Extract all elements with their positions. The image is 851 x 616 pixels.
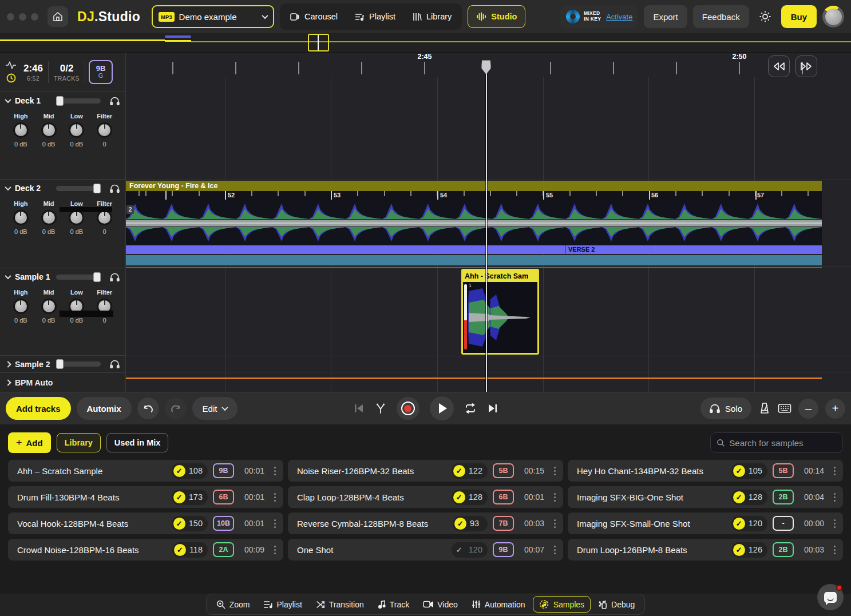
tool-playlist[interactable]: Playlist (258, 596, 307, 613)
clip-volume-fader[interactable] (464, 284, 467, 349)
tool-debug[interactable]: Debug (593, 596, 640, 613)
zoom-in-button[interactable]: + (825, 399, 845, 419)
eq-mid-knob[interactable] (41, 122, 57, 138)
headphone-icon[interactable] (110, 360, 120, 368)
sample-row[interactable]: Noise Riser-126BPM-32 Beats ✓122 5B 00:1… (288, 460, 563, 482)
activate-link[interactable]: Activate (606, 13, 632, 21)
project-selector[interactable]: MP3 Demo example (152, 5, 274, 28)
edit-menu[interactable]: Edit (192, 397, 238, 420)
avatar[interactable] (822, 6, 844, 27)
kebab-menu-icon[interactable] (549, 496, 560, 498)
eq-high-knob[interactable] (13, 299, 29, 314)
check-icon[interactable]: ✓ (173, 465, 185, 477)
mix-overview-strip[interactable] (0, 33, 851, 53)
sample-row[interactable]: Imaging SFX-BIG-One Shot ✓128 2B 00:04 (568, 486, 843, 508)
eq-high-knob[interactable] (13, 210, 29, 225)
kebab-menu-icon[interactable] (829, 496, 840, 498)
tab-used-in-mix[interactable]: Used in Mix (106, 433, 169, 452)
sample-search[interactable] (710, 432, 843, 453)
check-icon[interactable]: ✓ (733, 491, 745, 503)
headphone-icon[interactable] (110, 184, 120, 193)
sample-row[interactable]: Drum Loop-126BPM-8 Beats ✓126 2B 00:03 (568, 539, 843, 561)
tool-samples[interactable]: Samples (533, 596, 591, 613)
sample-row[interactable]: Clap Loop-128BPM-4 Beats ✓128 6B 00:01 (288, 486, 563, 508)
metronome-icon[interactable] (758, 402, 771, 415)
filter-knob[interactable] (97, 122, 112, 138)
zoom-out-button[interactable]: – (798, 399, 818, 419)
kebab-menu-icon[interactable] (549, 523, 560, 524)
support-chat-button[interactable] (817, 584, 844, 610)
kebab-menu-icon[interactable] (829, 523, 840, 524)
section-bar[interactable]: VERSE 2 (126, 245, 822, 254)
kebab-menu-icon[interactable] (549, 470, 560, 472)
mixed-in-key-widget[interactable]: MIXEDIN KEY Activate (560, 5, 638, 28)
tool-automation[interactable]: Automation (466, 596, 531, 613)
eq-mid-knob[interactable] (41, 210, 57, 225)
buy-button[interactable]: Buy (781, 5, 817, 28)
loop-icon[interactable] (464, 403, 477, 414)
settings-button[interactable] (755, 6, 775, 27)
track-clip-forever-young[interactable]: Forever Young - Fire & Ice 52 53 54 55 5… (126, 181, 822, 265)
tab-samples-library[interactable]: Library (57, 433, 101, 452)
playhead-handle[interactable] (481, 60, 491, 74)
check-icon[interactable]: ✓ (174, 544, 186, 556)
expand-icon[interactable] (5, 379, 11, 386)
automix-button[interactable]: Automix (77, 397, 132, 420)
feedback-button[interactable]: Feedback (693, 5, 749, 28)
collapse-icon[interactable] (5, 184, 11, 190)
deck1-volume-slider[interactable] (56, 98, 101, 104)
check-icon[interactable]: ✓ (454, 518, 466, 530)
deck2-volume-slider[interactable] (56, 186, 101, 191)
collapse-icon[interactable] (5, 273, 11, 279)
eq-high-knob[interactable] (13, 122, 29, 138)
sample-row[interactable]: Crowd Noise-128BPM-16 Beats ✓118 2A 00:0… (8, 539, 283, 561)
add-tracks-button[interactable]: Add tracks (6, 397, 71, 420)
filter-knob[interactable] (97, 210, 112, 225)
skip-end-icon[interactable] (487, 403, 498, 414)
tool-video[interactable]: Video (417, 596, 464, 613)
check-icon[interactable]: ✓ (453, 465, 465, 477)
kebab-menu-icon[interactable] (270, 523, 280, 524)
check-icon[interactable]: ✓ (453, 491, 465, 503)
check-icon[interactable]: ✓ (173, 491, 185, 503)
record-button[interactable] (397, 397, 419, 420)
solo-button[interactable]: Solo (700, 398, 751, 419)
tab-studio[interactable]: Studio (468, 5, 525, 28)
bpm-automation-line[interactable] (126, 377, 822, 379)
sample-row[interactable]: Vocal Hook-128BPM-4 Beats ✓150 10B 00:01 (8, 512, 283, 534)
tab-playlist[interactable]: Playlist (347, 6, 403, 27)
window-controls[interactable] (7, 13, 38, 21)
sample-row[interactable]: Hey Ho Chant-134BPM-32 Beats ✓105 5B 00:… (568, 460, 843, 482)
expand-icon[interactable] (5, 361, 11, 367)
sample2-volume-slider[interactable] (56, 361, 101, 367)
sample-row[interactable]: Ahh – Scratch Sample ✓108 9B 00:01 (8, 460, 283, 482)
keyboard-icon[interactable] (778, 403, 791, 414)
tool-track[interactable]: Track (372, 596, 415, 613)
overview-viewport[interactable] (308, 34, 329, 51)
search-input[interactable] (729, 438, 837, 448)
kebab-menu-icon[interactable] (270, 470, 280, 472)
clock-icon[interactable] (6, 73, 16, 83)
check-icon[interactable]: ✓ (733, 518, 745, 530)
rewind-button[interactable] (768, 55, 790, 77)
check-icon[interactable]: ✓ (453, 544, 465, 556)
eq-mid-knob[interactable] (41, 299, 57, 314)
tool-zoom[interactable]: Zoom (211, 596, 256, 613)
export-button[interactable]: Export (644, 5, 687, 28)
sample-row[interactable]: Drum Fill-130BPM-4 Beats ✓173 6B 00:01 (8, 486, 283, 508)
eq-low-knob[interactable] (69, 122, 84, 138)
eq-low-knob[interactable] (69, 210, 84, 225)
check-icon[interactable]: ✓ (733, 465, 745, 477)
sample-row[interactable]: Imaging SFX-Small-One Shot ✓120 - 00:00 (568, 512, 843, 534)
collapse-icon[interactable] (5, 97, 11, 103)
headphone-icon[interactable] (110, 273, 120, 281)
kebab-menu-icon[interactable] (270, 496, 280, 498)
key-display[interactable]: 9B G (89, 60, 113, 84)
sample-clip-ahh-scratch[interactable]: Ahh - Scratch Sam 1 (461, 269, 539, 355)
check-icon[interactable]: ✓ (733, 544, 745, 556)
kebab-menu-icon[interactable] (829, 549, 840, 551)
split-icon[interactable] (375, 403, 386, 414)
home-button[interactable] (48, 6, 68, 27)
tool-transition[interactable]: Transition (310, 596, 370, 613)
skip-start-icon[interactable] (353, 403, 365, 414)
